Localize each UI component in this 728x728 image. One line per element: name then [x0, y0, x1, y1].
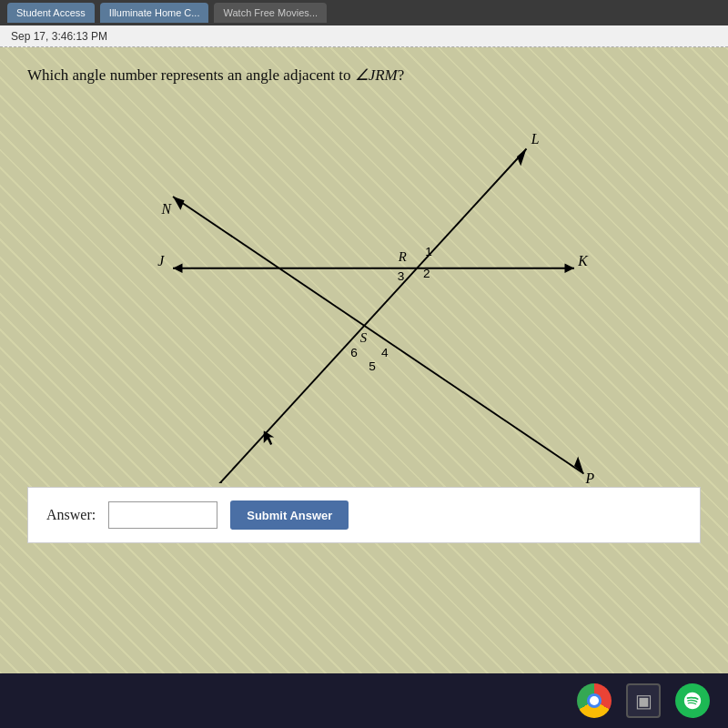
svg-line-3 [211, 149, 527, 484]
svg-marker-4 [517, 149, 527, 167]
label-K: K [577, 253, 589, 268]
diagram-container: L J K N M P R S 1 2 3 4 [27, 101, 701, 483]
cursor-icon [264, 430, 275, 445]
browser-bar: Student Access Illuminate Home C... Watc… [0, 0, 728, 25]
label-R: R [398, 249, 407, 264]
spotify-icon[interactable] [675, 683, 710, 718]
geometry-svg: L J K N M P R S 1 2 3 4 [27, 101, 701, 483]
tab-student-access[interactable]: Student Access [7, 3, 95, 23]
label-N: N [160, 201, 172, 217]
timestamp-text: Sep 17, 3:46:13 PM [11, 30, 107, 43]
tab-student-label: Student Access [16, 7, 86, 18]
svg-marker-2 [173, 264, 183, 274]
submit-answer-button[interactable]: Submit Answer [230, 500, 349, 530]
main-content: Which angle number represents an angle a… [0, 47, 728, 673]
question-angle: ∠JRM [355, 66, 398, 84]
svg-marker-7 [173, 197, 185, 210]
tab-movies-label: Watch Free Movies... [223, 7, 318, 18]
tab-illuminate-label: Illuminate Home C... [109, 7, 200, 18]
question-prefix: Which angle number represents an angle a… [27, 66, 355, 84]
answer-input[interactable] [108, 501, 217, 529]
angle-number-1: 1 [425, 245, 432, 258]
label-P: P [585, 470, 595, 483]
question-mark: ? [398, 66, 405, 84]
taskbar: ▣ [0, 673, 728, 728]
timestamp-bar: Sep 17, 3:46:13 PM [0, 25, 728, 47]
label-J: J [157, 253, 165, 268]
svg-marker-1 [565, 264, 575, 274]
question-text: Which angle number represents an angle a… [27, 66, 701, 85]
monitor-icon[interactable]: ▣ [626, 683, 661, 718]
label-L: L [531, 131, 540, 147]
angle-number-2: 2 [423, 267, 430, 280]
label-S: S [360, 330, 368, 345]
angle-number-3: 3 [398, 269, 405, 283]
angle-number-4: 4 [381, 346, 389, 359]
answer-label: Answer: [46, 507, 96, 523]
tab-illuminate[interactable]: Illuminate Home C... [100, 3, 209, 23]
svg-line-6 [173, 197, 584, 474]
chrome-icon[interactable] [577, 683, 612, 718]
angle-number-6: 6 [350, 346, 358, 359]
tab-watch-movies[interactable]: Watch Free Movies... [214, 3, 327, 23]
answer-section: Answer: Submit Answer [27, 487, 701, 543]
angle-number-5: 5 [369, 359, 376, 373]
